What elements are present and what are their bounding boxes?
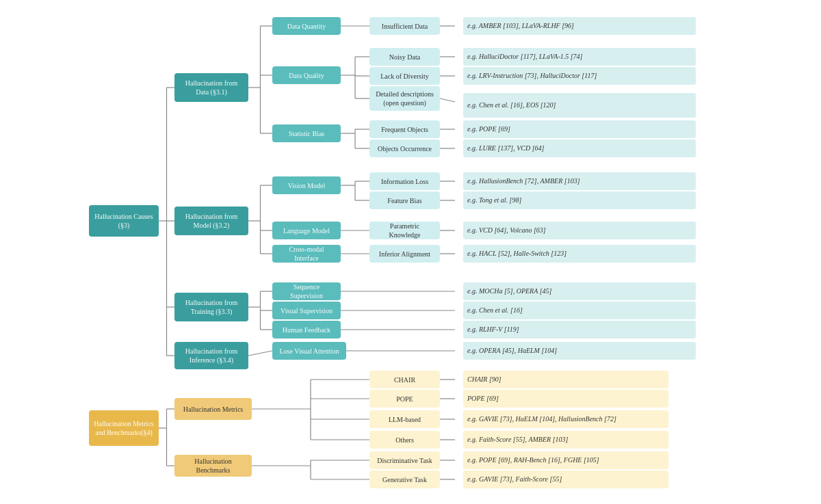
- tree-node: Frequent Objects: [369, 120, 440, 138]
- tree-node: Visual Supervision: [272, 302, 341, 319]
- tree-node: Generative Task: [369, 470, 440, 488]
- ref-label: e.g. OPERA [45], HaELM [104]: [463, 342, 696, 360]
- tree-node: Data Quality: [272, 66, 341, 84]
- ref-label: e.g. HalluciDoctor [117], LLaVA-1.5 [74]: [463, 48, 696, 66]
- tree-node: Language Model: [272, 222, 341, 239]
- tree-node: Detailed descriptions (open question): [369, 86, 440, 111]
- tree-node: Hallucination from Inference (§3.4): [174, 342, 248, 369]
- tree-node: Hallucination Benchmarks: [174, 455, 252, 477]
- tree-node: Hallucination Causes (§3): [89, 205, 159, 237]
- svg-line-25: [248, 351, 272, 356]
- ref-label: e.g. Chen et al. [16], EOS [120]: [463, 93, 696, 118]
- ref-label: e.g. POPE [69], RAH-Bench [16], FGHE [10…: [463, 451, 668, 469]
- tree-node: Human Feedback: [272, 321, 341, 339]
- tree-node: Others: [369, 431, 440, 449]
- ref-label: e.g. HACL [52], Halle-Switch [123]: [463, 245, 696, 263]
- tree-node: Hallucination from Training (§3.3): [174, 293, 248, 321]
- tree-node: Parametric Knowledge: [369, 222, 440, 239]
- ref-label: e.g. RLHF-V [119]: [463, 321, 696, 339]
- ref-label: e.g. Tong et al. [98]: [463, 191, 696, 209]
- tree-node: Feature Bias: [369, 191, 440, 209]
- diagram-container: Hallucination Causes (§3)Hallucination M…: [0, 0, 821, 504]
- ref-label: e.g. LURE [137], VCD [64]: [463, 140, 696, 157]
- ref-label: e.g. VCD [64], Volcano [63]: [463, 222, 696, 239]
- tree-node: Hallucination Metrics: [174, 398, 252, 420]
- tree-node: Sequence Supervision: [272, 282, 341, 300]
- ref-label: e.g. AMBER [103], LLaVA-RLHF [96]: [463, 17, 696, 35]
- tree-node: Discriminative Task: [369, 451, 440, 469]
- tree: Hallucination Causes (§3)Hallucination M…: [27, 7, 814, 499]
- tree-node: CHAIR: [369, 371, 440, 388]
- ref-label: CHAIR [90]: [463, 371, 668, 388]
- tree-node: Information Loss: [369, 172, 440, 190]
- ref-label: e.g. Faith-Score [55], AMBER [103]: [463, 431, 668, 449]
- ref-label: e.g. Chen et al. [16]: [463, 302, 696, 319]
- tree-node: Vision Model: [272, 176, 341, 194]
- tree-node: Cross-modal Interface: [272, 245, 341, 263]
- tree-node: Lose Visual Attention: [272, 342, 346, 360]
- ref-label: POPE [69]: [463, 390, 668, 408]
- ref-label: e.g. MOCHa [5], OPERA [45]: [463, 282, 696, 300]
- tree-node: Data Quantity: [272, 17, 341, 35]
- ref-label: e.g. LRV-Instruction [73], HalluciDoctor…: [463, 67, 696, 85]
- tree-node: POPE: [369, 390, 440, 408]
- tree-node: Statistic Bias: [272, 124, 341, 142]
- ref-label: e.g. GAVIE [73], HaELM [104], HallusionB…: [463, 410, 668, 428]
- ref-label: e.g. POPE [69]: [463, 120, 696, 138]
- ref-label: e.g. HallusionBench [72], AMBER [103]: [463, 172, 696, 190]
- tree-node: Lack of Diversity: [369, 67, 440, 85]
- tree-node: Noisy Data: [369, 48, 440, 66]
- tree-node: Hallucination from Data (§3.1): [174, 73, 248, 102]
- tree-node: Hallucination from Model (§3.2): [174, 207, 248, 235]
- tree-node: Inferior Alignment: [369, 245, 440, 263]
- tree-node: Objects Occurrence: [369, 140, 440, 157]
- svg-line-49: [440, 98, 455, 102]
- tree-node: LLM-based: [369, 410, 440, 428]
- ref-label: e.g. GAVIE [73], Faith-Score [55]: [463, 470, 668, 488]
- tree-node: Insufficient Data: [369, 17, 440, 35]
- tree-node: Hallucination Metrics and Benchmarks(§4): [89, 410, 159, 446]
